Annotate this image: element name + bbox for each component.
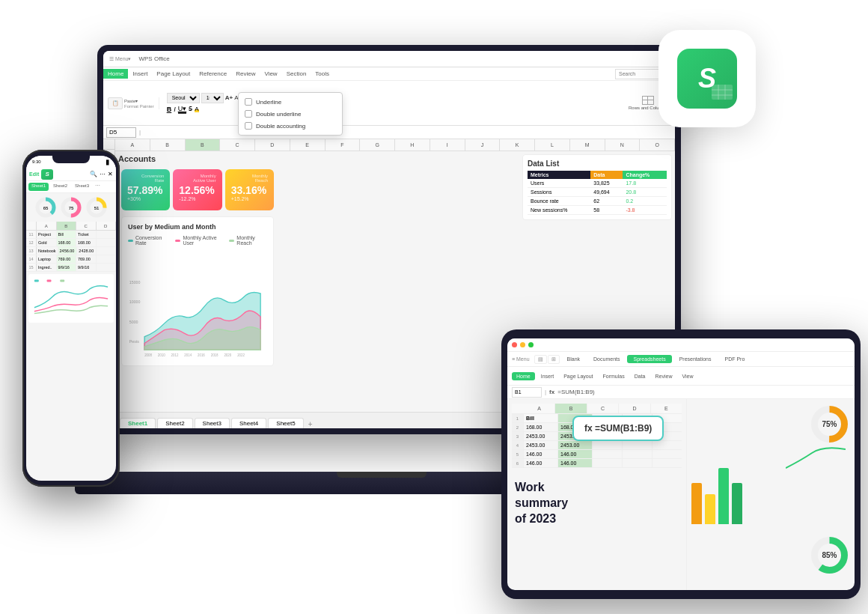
ribbon-page-layout[interactable]: Page Layout — [152, 69, 195, 79]
tablet-cell-ref[interactable] — [512, 387, 542, 398]
ribbon-insert[interactable]: Insert — [128, 69, 152, 79]
ribbon-tools[interactable]: Tools — [311, 69, 334, 79]
cell-13a: Notebook — [37, 247, 58, 255]
sheet-tab-5[interactable]: Sheet5 — [268, 418, 303, 428]
double-accounting-label: Double accounting — [256, 123, 305, 130]
tablet-line-chart — [786, 438, 846, 483]
legend-dot-conversion — [128, 240, 133, 242]
tablet-nav-view[interactable]: View — [678, 372, 697, 380]
work-summary-container: Worksummaryof 2023 — [512, 477, 682, 529]
tablet-tab-bar: ≡ Menu ▤ ⊞ Blank Documents Spreadsheets … — [507, 352, 855, 367]
list-item: 12 Gold 168.00 168.00 — [26, 239, 116, 247]
tablet-nav-review[interactable]: Review — [652, 372, 676, 380]
font-size-select[interactable]: 10 — [201, 93, 224, 103]
bar-3 — [718, 468, 729, 524]
sheet-tab-3[interactable]: Sheet3 — [195, 418, 230, 428]
tablet-nav-data[interactable]: Data — [631, 372, 650, 380]
underline-label: Underline — [256, 99, 281, 106]
tablet-nav-home[interactable]: Home — [512, 372, 535, 380]
stat-change-reach: +15.2% — [231, 196, 268, 201]
cell-11b: Bill — [57, 231, 77, 238]
font-grow-btn[interactable]: A+ — [225, 94, 233, 101]
stat-change-active: -12.2% — [179, 196, 216, 201]
paste-btn[interactable]: 📋 — [108, 97, 123, 109]
tablet: ≡ Menu ▤ ⊞ Blank Documents Spreadsheets … — [501, 329, 861, 599]
sheet-tab-4[interactable]: Sheet4 — [231, 418, 266, 428]
tablet-col-b: B — [555, 404, 587, 413]
font-family-select[interactable]: Seoul — [167, 93, 200, 103]
mobile-col-headers: A B C D — [26, 222, 116, 231]
cell-ref-input[interactable] — [106, 127, 136, 138]
bar-4 — [732, 483, 742, 524]
mobile-row-num-header — [26, 222, 37, 230]
mobile-tab-2[interactable]: Sheet2 — [50, 183, 70, 191]
donut-2: 75 — [60, 196, 82, 219]
change-new-sessions: -3.8 — [623, 206, 667, 215]
mobile-row-14: 14 — [26, 255, 37, 263]
cell-14a: Laptop — [37, 255, 57, 263]
col-f: F — [326, 139, 361, 151]
accounts-title: Accounts — [118, 154, 277, 163]
traffic-light-red — [512, 342, 517, 347]
cell-12c: 168.00 — [76, 239, 97, 246]
tablet-tab-docs[interactable]: Documents — [587, 355, 626, 363]
highlight-btn[interactable]: A — [195, 106, 198, 112]
dropdown-double-underline[interactable]: Double underline — [239, 108, 342, 120]
tablet-tab-pdf[interactable]: PDF Pro — [718, 355, 751, 363]
bar-1 — [691, 483, 702, 524]
add-sheet-btn[interactable]: + — [308, 420, 313, 428]
data-bounce: 62 — [590, 197, 623, 206]
sheet-tab-2[interactable]: Sheet2 — [157, 418, 192, 428]
mobile-notch — [52, 156, 90, 163]
tablet-tab-blank[interactable]: Blank — [561, 355, 587, 363]
ribbon-home[interactable]: Home — [103, 69, 128, 79]
underline-btn[interactable]: U▾ — [178, 105, 187, 114]
legend-reach: Monthly Reach — [229, 235, 267, 246]
svg-text:2018: 2018 — [211, 353, 218, 357]
tablet-tab-spreadsheets[interactable]: Spreadsheets — [627, 355, 671, 363]
mobile-body: 9:30 ▊ Edit S 🔍 ⋯ ✕ Sheet1 Sheet2 — [22, 150, 120, 487]
svg-text:15000: 15000 — [129, 280, 141, 285]
dropdown-popup: Underline Double underline Double accoun… — [238, 92, 343, 136]
tablet-nav-formulas[interactable]: Formulas — [599, 372, 629, 380]
ribbon-reference[interactable]: Reference — [195, 69, 231, 79]
tablet-nav-insert[interactable]: Insert — [537, 372, 558, 380]
cell-11d — [97, 231, 117, 238]
mobile-more-icon[interactable]: ⋯ — [100, 171, 106, 177]
change-bounce: 0.2 — [623, 197, 667, 206]
tablet-tab-presentations[interactable]: Presentations — [673, 355, 718, 363]
th-metrics: Metrics — [528, 171, 590, 179]
bold-btn[interactable]: B — [167, 106, 172, 113]
checkbox-double-accounting — [245, 122, 252, 130]
mobile-time: 9:30 — [32, 159, 41, 164]
mobile-edit-btn[interactable]: Edit — [29, 171, 39, 177]
svg-rect-27 — [47, 279, 52, 282]
strikethrough-btn[interactable]: S̶ — [189, 106, 192, 112]
tablet-menu-icon[interactable]: ▤ — [534, 355, 547, 364]
traffic-light-green — [528, 342, 534, 347]
sheet-tab-1[interactable]: Sheet1 — [120, 418, 156, 428]
mobile-search-icon[interactable]: 🔍 — [90, 171, 97, 177]
column-headers: A B B C D E F G H I J K — [115, 139, 675, 151]
mobile-more-tabs[interactable]: ⋯ — [95, 183, 100, 191]
cell-15d — [97, 264, 117, 271]
tablet-left-panel: A B C D E 1 Bill — [507, 399, 687, 590]
mobile-toolbar: Edit S 🔍 ⋯ ✕ — [26, 168, 116, 181]
mobile-close-icon[interactable]: ✕ — [108, 171, 113, 177]
mobile-tab-1[interactable]: Sheet1 — [28, 183, 49, 191]
table-row: New sessions% 58 -3.8 — [528, 206, 667, 215]
tablet-icon-2[interactable]: ⊞ — [548, 355, 560, 364]
svg-text:Pests: Pests — [129, 339, 140, 344]
cell-13b: 2456.00 — [58, 247, 78, 255]
ribbon-review[interactable]: Review — [231, 69, 260, 79]
ribbon-section[interactable]: Section — [282, 69, 311, 79]
work-summary-text: Worksummaryof 2023 — [515, 480, 679, 526]
stat-card-reach: MonthlyReach 33.16% +15.2% — [225, 169, 274, 210]
ribbon-view[interactable]: View — [260, 69, 281, 79]
italic-btn[interactable]: I — [174, 106, 176, 113]
tablet-nav-pagelayout[interactable]: Page Layout — [560, 372, 596, 380]
col-a: A — [115, 139, 150, 151]
dropdown-underline[interactable]: Underline — [239, 96, 342, 108]
dropdown-double-accounting[interactable]: Double accounting — [239, 120, 342, 132]
mobile-tab-3[interactable]: Sheet3 — [72, 183, 92, 191]
